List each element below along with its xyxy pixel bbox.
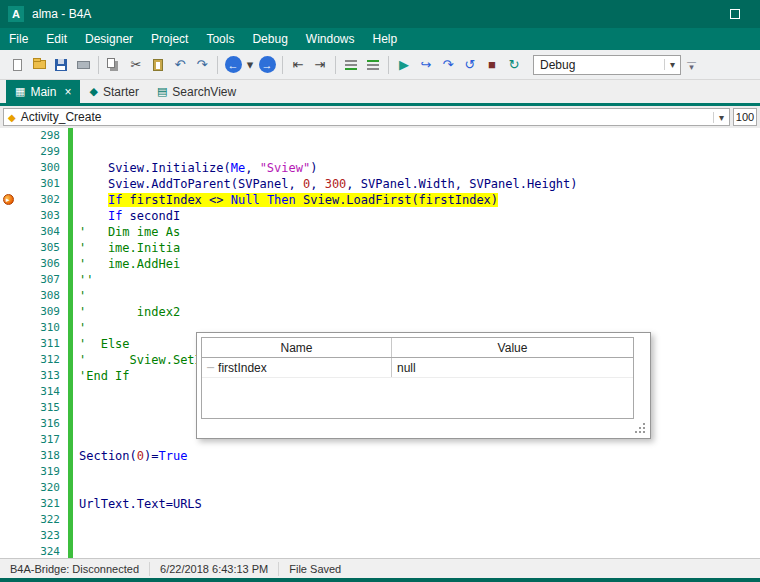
breakpoint-gutter[interactable] <box>0 160 18 176</box>
line-number[interactable]: 302 <box>18 192 68 208</box>
code-line[interactable]: 304' Dim ime As <box>0 224 760 240</box>
code-line[interactable]: 320 <box>0 480 760 496</box>
code-line[interactable]: 323 <box>0 528 760 544</box>
run-icon[interactable]: ▶ <box>393 54 415 76</box>
debug-watch-popup[interactable]: NameValue ─firstIndexnull <box>196 332 651 439</box>
line-number[interactable]: 321 <box>18 496 68 512</box>
back-history-dropdown-icon[interactable]: ▾ <box>244 54 256 76</box>
redo-icon[interactable]: ↷ <box>191 54 213 76</box>
indent-icon[interactable]: ⇥ <box>309 54 331 76</box>
code-editor[interactable]: 298299300 Sview.Initialize(Me, "Sview")3… <box>0 128 760 558</box>
breakpoint-gutter[interactable] <box>0 464 18 480</box>
restart-icon[interactable]: ↻ <box>503 54 525 76</box>
code-line[interactable]: 319 <box>0 464 760 480</box>
debug-mode-select[interactable]: Debug ▾ <box>533 55 681 75</box>
code-line[interactable]: 308' <box>0 288 760 304</box>
stop-icon[interactable]: ■ <box>481 54 503 76</box>
code-line[interactable]: 305' ime.Initia <box>0 240 760 256</box>
breakpoint-gutter[interactable] <box>0 208 18 224</box>
line-number[interactable]: 299 <box>18 144 68 160</box>
undo-icon[interactable]: ↶ <box>169 54 191 76</box>
back-icon[interactable]: ← <box>222 54 244 76</box>
breakpoint-gutter[interactable] <box>0 128 18 144</box>
breakpoint-gutter[interactable] <box>0 432 18 448</box>
breakpoint-gutter[interactable] <box>0 336 18 352</box>
code-line[interactable]: 300 Sview.Initialize(Me, "Sview") <box>0 160 760 176</box>
line-number[interactable]: 310 <box>18 320 68 336</box>
line-number[interactable]: 301 <box>18 176 68 192</box>
cut-icon[interactable]: ✂ <box>125 54 147 76</box>
line-number[interactable]: 324 <box>18 544 68 558</box>
paste-icon[interactable] <box>147 54 169 76</box>
save-icon[interactable] <box>50 54 72 76</box>
line-number[interactable]: 314 <box>18 384 68 400</box>
copy-icon[interactable] <box>103 54 125 76</box>
uncomment-icon[interactable] <box>362 54 384 76</box>
method-selector[interactable]: ◆ Activity_Create ▾ <box>3 108 730 126</box>
code-line[interactable]: 318Section(0)=True <box>0 448 760 464</box>
line-number[interactable]: 300 <box>18 160 68 176</box>
menu-tools[interactable]: Tools <box>197 28 243 50</box>
popup-column-value[interactable]: Value <box>392 338 633 357</box>
code-line[interactable]: 309' index2 <box>0 304 760 320</box>
step-over-icon[interactable]: ↷ <box>437 54 459 76</box>
breakpoint-gutter[interactable] <box>0 544 18 558</box>
outdent-icon[interactable]: ⇤ <box>287 54 309 76</box>
resize-grip[interactable] <box>633 421 645 433</box>
menu-help[interactable]: Help <box>364 28 407 50</box>
breakpoint-gutter[interactable] <box>0 288 18 304</box>
breakpoint-gutter[interactable] <box>0 480 18 496</box>
tab-main[interactable]: ▦Main× <box>6 80 80 103</box>
code-line[interactable]: 324 <box>0 544 760 558</box>
forward-icon[interactable]: → <box>256 54 278 76</box>
menu-designer[interactable]: Designer <box>76 28 142 50</box>
code-line[interactable]: 302 If firstIndex <> Null Then Sview.Loa… <box>0 192 760 208</box>
menu-project[interactable]: Project <box>142 28 197 50</box>
menu-edit[interactable]: Edit <box>37 28 76 50</box>
line-number[interactable]: 298 <box>18 128 68 144</box>
line-number[interactable]: 323 <box>18 528 68 544</box>
line-number[interactable]: 320 <box>18 480 68 496</box>
breakpoint-gutter[interactable] <box>0 272 18 288</box>
line-number[interactable]: 312 <box>18 352 68 368</box>
watch-row[interactable]: ─firstIndexnull <box>202 358 633 378</box>
code-line[interactable]: 301 Sview.AddToParent(SVPanel, 0, 300, S… <box>0 176 760 192</box>
code-line[interactable]: 322 <box>0 512 760 528</box>
tab-starter[interactable]: ◆Starter <box>80 80 147 103</box>
line-number[interactable]: 318 <box>18 448 68 464</box>
line-number[interactable]: 308 <box>18 288 68 304</box>
menu-debug[interactable]: Debug <box>243 28 296 50</box>
code-line[interactable]: 307'' <box>0 272 760 288</box>
breakpoint-gutter[interactable] <box>0 176 18 192</box>
chevron-down-icon[interactable]: ▾ <box>664 59 680 70</box>
code-line[interactable]: 306' ime.AddHei <box>0 256 760 272</box>
breakpoint-gutter[interactable] <box>0 304 18 320</box>
line-number[interactable]: 322 <box>18 512 68 528</box>
line-number[interactable]: 305 <box>18 240 68 256</box>
breakpoint-gutter[interactable] <box>0 224 18 240</box>
line-number[interactable]: 317 <box>18 432 68 448</box>
breakpoint-gutter[interactable] <box>0 144 18 160</box>
breakpoint-gutter[interactable] <box>0 368 18 384</box>
tab-searchview[interactable]: ▤SearchView <box>148 80 245 103</box>
toolbar-options-icon[interactable]: —▾ <box>687 60 696 70</box>
line-number[interactable]: 303 <box>18 208 68 224</box>
code-line[interactable]: 303 If secondI <box>0 208 760 224</box>
menu-file[interactable]: File <box>0 28 37 50</box>
step-out-icon[interactable]: ↺ <box>459 54 481 76</box>
chevron-down-icon[interactable]: ▾ <box>713 112 729 123</box>
breakpoint-gutter[interactable] <box>0 192 18 208</box>
breakpoint-gutter[interactable] <box>0 256 18 272</box>
step-into-icon[interactable]: ↪ <box>415 54 437 76</box>
open-icon[interactable] <box>28 54 50 76</box>
line-number[interactable]: 304 <box>18 224 68 240</box>
breakpoint-gutter[interactable] <box>0 240 18 256</box>
comment-icon[interactable] <box>340 54 362 76</box>
print-icon[interactable] <box>72 54 94 76</box>
breakpoint-gutter[interactable] <box>0 352 18 368</box>
line-number[interactable]: 307 <box>18 272 68 288</box>
breakpoint-gutter[interactable] <box>0 416 18 432</box>
line-number[interactable]: 319 <box>18 464 68 480</box>
line-number[interactable]: 311 <box>18 336 68 352</box>
code-line[interactable]: 299 <box>0 144 760 160</box>
